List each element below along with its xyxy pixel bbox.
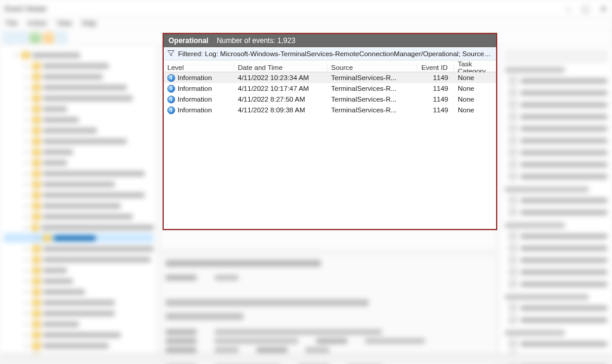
tree-item[interactable]: ▸ [4,244,154,253]
nav-tree[interactable]: ▸▸▸▸▸▸▸▸▸▸▸▸▸▸▸▸▸▸▸▸▸▸▸▸▸▸▸▸▸▸▸▸▸▸▸▸▸ [0,45,157,353]
action-icon [509,100,517,109]
maximize-button[interactable]: ▢ [582,4,589,14]
action-icon [509,172,517,181]
event-row[interactable]: iInformation4/11/2022 8:27:50 AMTerminal… [164,94,496,105]
titlebar: Event Viewer – ▢ ✕ [0,0,612,18]
tree-item[interactable]: ▸ [4,330,154,339]
tree-item[interactable]: ▸ [4,158,154,167]
actions-item[interactable] [509,147,607,158]
tree-item[interactable]: ▸ [4,255,154,264]
tree-item[interactable]: ▸ [4,169,154,178]
cell-task-category: None [454,85,496,92]
tree-item[interactable]: ▸ [4,308,154,318]
event-row[interactable]: iInformation4/11/2022 10:23:34 AMTermina… [164,72,496,83]
folder-icon [22,51,30,59]
filter-bar[interactable]: Filtered: Log: Microsoft-Windows-Termina… [164,47,496,60]
actions-item[interactable] [509,243,607,253]
actions-item[interactable] [509,231,607,241]
actions-item[interactable] [509,87,607,98]
toolbar-help-icon[interactable] [56,32,67,43]
folder-icon [32,245,41,252]
actions-item[interactable] [509,279,607,289]
tree-item[interactable]: ▸ [4,126,154,135]
tree-item[interactable]: ▸ [4,82,154,92]
action-icon [509,304,517,312]
col-level[interactable]: Level [164,64,234,71]
tree-item[interactable]: ▸ [4,190,154,200]
col-event-id[interactable]: Event ID [417,64,454,71]
folder-icon [32,277,41,285]
toolbar-stop-icon[interactable] [43,32,54,43]
toolbar-back-icon[interactable] [4,32,14,43]
col-source[interactable]: Source [328,64,417,71]
menu-action[interactable]: Action [27,19,47,28]
folder-icon [32,181,41,188]
tree-item[interactable]: ▸ [4,298,154,307]
log-header: Operational Number of events: 1,923 [164,34,496,47]
tree-item[interactable]: ▸ [4,287,154,296]
actions-item[interactable] [509,314,607,325]
folder-icon [32,342,41,349]
menu-help[interactable]: Help [82,19,97,28]
folder-icon [32,73,41,80]
tree-item[interactable]: ▸ [4,136,154,146]
tree-item[interactable]: ▸ [4,212,154,221]
tree-item[interactable]: ▸ [4,115,154,124]
tree-item[interactable]: ▸ [4,341,154,350]
column-headers[interactable]: Level Date and Time Source Event ID Task… [164,60,496,72]
log-name: Operational [169,36,209,45]
cell-task-category: None [454,74,496,81]
actions-item[interactable] [509,302,607,313]
tree-item[interactable]: ▸ [4,276,154,286]
tree-item[interactable]: ▸ [4,222,154,232]
info-icon: i [167,85,175,93]
actions-item[interactable] [509,99,607,110]
actions-item[interactable] [509,135,607,146]
event-row[interactable]: iInformation4/11/2022 10:17:47 AMTermina… [164,83,496,94]
tree-item[interactable]: ▸ [4,233,154,243]
detail-title [166,260,321,267]
toolbar-refresh-icon[interactable] [30,32,41,43]
action-icon [509,112,517,121]
menu-file[interactable]: File [6,19,17,28]
actions-item[interactable] [509,159,607,170]
info-icon: i [167,96,175,103]
tree-item[interactable]: ▸ [4,61,154,71]
minimize-button[interactable]: – [566,4,571,14]
actions-item[interactable] [509,111,607,122]
tree-item[interactable]: ▸ [4,201,154,210]
tree-item[interactable]: ▸ [4,93,154,103]
col-date-time[interactable]: Date and Time [234,64,328,71]
filter-icon [167,50,175,58]
toolbar-forward-icon[interactable] [17,32,27,43]
tree-item[interactable]: ▸ [4,104,154,114]
actions-group-header [505,294,589,300]
event-row[interactable]: iInformation4/11/2022 8:09:38 AMTerminal… [164,105,496,115]
actions-item[interactable] [509,267,607,277]
actions-item[interactable] [509,255,607,265]
event-detail-panel [159,253,497,364]
tree-item[interactable]: ▸ [4,50,154,60]
actions-item[interactable] [509,207,607,218]
menubar: File Action View Help [0,18,612,30]
menu-view[interactable]: View [57,19,72,28]
actions-item[interactable] [509,123,607,134]
actions-item[interactable] [509,171,607,182]
folder-icon [32,256,41,263]
cell-event-id: 1149 [417,74,454,81]
tree-item[interactable]: ▸ [4,265,154,275]
actions-item[interactable] [509,195,607,206]
actions-group-header [505,186,589,192]
tree-item[interactable]: ▸ [4,319,154,329]
tree-item[interactable]: ▸ [4,179,154,189]
actions-pane[interactable] [500,45,612,353]
close-button[interactable]: ✕ [600,4,607,14]
folder-icon [32,299,41,306]
status-bar [0,353,612,364]
event-rows[interactable]: iInformation4/11/2022 10:23:34 AMTermina… [164,72,496,229]
actions-item[interactable] [509,75,607,86]
tree-item[interactable]: ▸ [4,147,154,157]
actions-item[interactable] [509,338,607,349]
action-icon [509,280,517,288]
tree-item[interactable]: ▸ [4,72,154,81]
